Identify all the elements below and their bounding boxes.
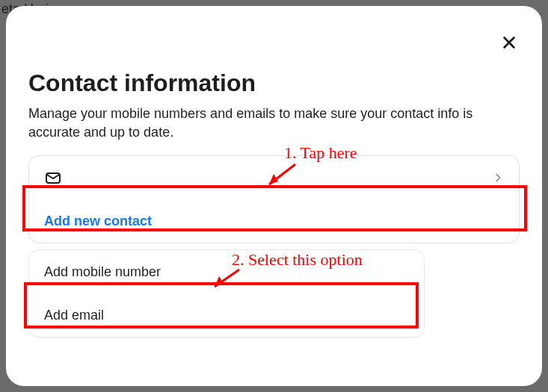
close-button[interactable] [499, 32, 520, 53]
add-email-label: Add email [44, 308, 104, 323]
add-mobile-label: Add mobile number [44, 264, 161, 280]
add-new-contact-label: Add new contact [44, 214, 152, 229]
add-new-contact-button[interactable]: Add new contact [29, 199, 519, 243]
close-icon [501, 34, 517, 51]
annotation-text-1: 1. Tap here [284, 143, 357, 163]
contact-info-modal: Contact information Manage your mobile n… [6, 6, 542, 386]
add-contact-dropdown: Add mobile number Add email [28, 249, 425, 337]
add-email-option[interactable]: Add email [29, 293, 424, 337]
chevron-right-icon [492, 172, 504, 184]
page-subtitle: Manage your mobile numbers and emails to… [28, 105, 520, 142]
existing-contact-row[interactable] [29, 156, 519, 199]
annotation-text-2: 2. Select this option [232, 250, 363, 270]
add-mobile-option[interactable]: Add mobile number [29, 250, 424, 293]
mail-icon [44, 169, 62, 187]
page-title: Contact information [28, 69, 520, 97]
contact-card: Add new contact [28, 155, 520, 243]
